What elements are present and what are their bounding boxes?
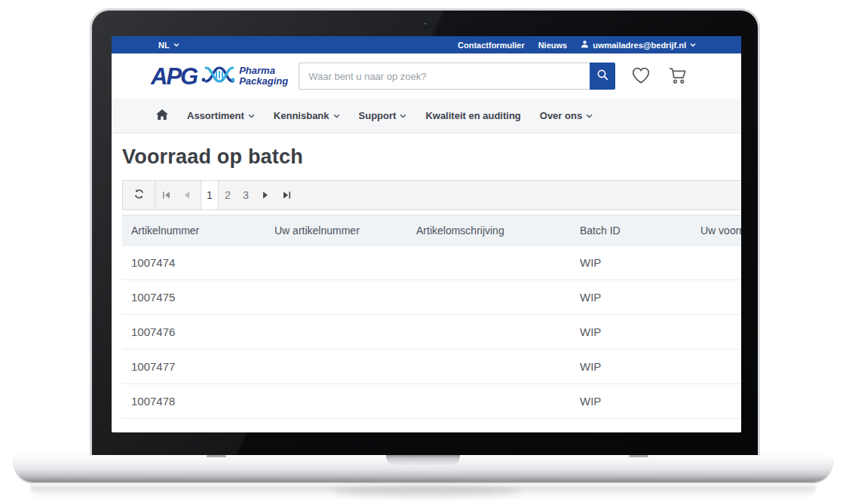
logo-tagline: Pharma Packaging <box>239 66 288 87</box>
nav-over-ons[interactable]: Over ons <box>540 110 593 121</box>
col-uw-artikelnummer: Uw artikelnummer <box>265 215 407 246</box>
prev-page-button[interactable] <box>176 181 198 209</box>
col-uw-voorraad: Uw voorraad <box>691 215 741 246</box>
grid-toolbar: 1 2 3 <box>122 180 741 210</box>
chevron-down-icon <box>690 43 696 47</box>
last-page-icon <box>283 190 291 201</box>
table-row: 1007476 WIP <box>122 315 741 350</box>
cart-button[interactable] <box>668 66 688 87</box>
heart-icon <box>631 66 651 87</box>
user-icon <box>581 40 589 50</box>
table-header: Artikelnummer Uw artikelnummer Artikelom… <box>122 215 741 246</box>
next-page-button[interactable] <box>255 181 276 209</box>
nav-kwaliteit-en-auditing[interactable]: Kwaliteit en auditing <box>425 110 520 121</box>
table-row: 1007478 WIP <box>122 384 741 419</box>
link-nieuws[interactable]: Nieuws <box>538 41 568 50</box>
account-email: uwmailadres@bedrijf.nl <box>593 41 686 50</box>
nav-home[interactable] <box>156 109 168 122</box>
logo[interactable]: APG Pharma Packaging <box>151 63 288 89</box>
logo-acronym: APG <box>151 65 197 88</box>
hinge-mark <box>629 455 648 457</box>
first-page-icon <box>162 190 170 201</box>
chevron-down-icon <box>173 43 179 47</box>
header-icons <box>631 66 688 87</box>
next-page-icon <box>262 190 268 201</box>
first-page-button[interactable] <box>155 181 176 209</box>
content: Voorraad op batch <box>112 145 741 432</box>
language-selector[interactable]: NL <box>158 41 179 50</box>
hinge-mark <box>207 455 226 457</box>
laptop-mockup: NL Contactformulier Nieuws uwmailadres@b… <box>0 0 846 504</box>
search-button[interactable] <box>590 63 615 90</box>
laptop-lid: NL Contactformulier Nieuws uwmailadres@b… <box>90 8 760 456</box>
col-artikelnummer: Artikelnummer <box>122 215 265 246</box>
wishlist-button[interactable] <box>631 66 651 87</box>
home-icon <box>156 109 168 122</box>
table-row: 1007477 WIP <box>122 350 741 384</box>
chevron-down-icon <box>400 114 406 118</box>
utility-bar: NL Contactformulier Nieuws uwmailadres@b… <box>112 36 741 53</box>
table-row: 1007475 WIP <box>122 280 741 315</box>
language-label: NL <box>158 41 170 50</box>
lid-notch <box>386 455 460 467</box>
utility-links: Contactformulier Nieuws uwmailadres@bedr… <box>458 40 696 50</box>
page-number-2[interactable]: 2 <box>219 181 237 209</box>
last-page-button[interactable] <box>276 181 297 209</box>
search-icon <box>596 69 609 84</box>
col-artikelomschrijving: Artikelomschrijving <box>407 215 571 246</box>
search-input[interactable] <box>299 63 590 90</box>
page-title: Voorraad op batch <box>122 145 741 169</box>
site-header: APG Pharma Packaging <box>112 53 741 99</box>
refresh-icon <box>133 188 145 202</box>
nav-support[interactable]: Support <box>359 110 407 121</box>
laptop-reflection <box>30 486 816 501</box>
stock-table: Artikelnummer Uw artikelnummer Artikelom… <box>122 215 741 432</box>
batch-grid: 1 2 3 <box>122 180 741 432</box>
nav-kennisbank[interactable]: Kennisbank <box>274 110 340 121</box>
page-number-1[interactable]: 1 <box>201 181 219 209</box>
screen: NL Contactformulier Nieuws uwmailadres@b… <box>112 36 741 432</box>
webcam <box>423 23 428 27</box>
refresh-button[interactable] <box>123 181 155 209</box>
nav-assortiment[interactable]: Assortiment <box>187 110 255 121</box>
chevron-down-icon <box>248 114 255 118</box>
link-contactformulier[interactable]: Contactformulier <box>458 41 525 50</box>
dna-helix-icon <box>201 63 235 89</box>
table-row-partial <box>122 419 741 433</box>
chevron-down-icon <box>333 114 340 118</box>
cart-icon <box>668 66 688 87</box>
prev-page-icon <box>184 190 190 201</box>
account-menu[interactable]: uwmailadres@bedrijf.nl <box>581 40 696 50</box>
search-bar <box>299 63 615 90</box>
table-row: 1007474 WIP <box>122 246 741 280</box>
page-number-3[interactable]: 3 <box>237 181 255 209</box>
col-batch-id: Batch ID <box>571 215 691 246</box>
chevron-down-icon <box>586 114 593 118</box>
main-nav: Assortiment Kennisbank Support Kwaliteit… <box>112 99 741 133</box>
laptop-base <box>14 455 832 482</box>
